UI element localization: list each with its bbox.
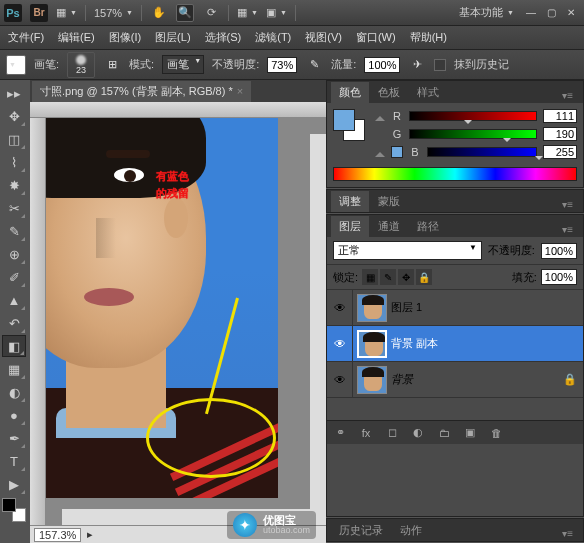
layer-row[interactable]: 👁 背景 🔒: [327, 362, 583, 398]
bridge-logo[interactable]: Br: [30, 4, 48, 22]
color-swatches[interactable]: [2, 498, 26, 522]
eyedropper-tool[interactable]: ✎: [2, 220, 26, 242]
close-tab-icon[interactable]: ×: [237, 85, 243, 97]
layer-mask-icon[interactable]: ◻: [383, 424, 401, 442]
b-input[interactable]: 255: [543, 145, 577, 159]
flow-input[interactable]: 100%: [364, 57, 400, 73]
tab-styles[interactable]: 样式: [409, 82, 447, 103]
rotate-view-icon[interactable]: ⟳: [202, 4, 220, 22]
opacity-input[interactable]: 73%: [267, 57, 297, 73]
layer-row[interactable]: 👁 背景 副本: [327, 326, 583, 362]
panel-menu-icon[interactable]: ▾≡: [556, 526, 579, 541]
tab-history[interactable]: 历史记录: [331, 520, 391, 541]
layer-opacity-input[interactable]: 100%: [541, 243, 577, 259]
new-layer-icon[interactable]: ▣: [461, 424, 479, 442]
scrollbar-vertical[interactable]: [310, 134, 326, 509]
delete-layer-icon[interactable]: 🗑: [487, 424, 505, 442]
pen-tool[interactable]: ✒: [2, 427, 26, 449]
type-tool[interactable]: T: [2, 450, 26, 472]
layer-name[interactable]: 图层 1: [391, 300, 583, 315]
mini-bridge-dropdown[interactable]: ▦: [56, 6, 77, 19]
tab-masks[interactable]: 蒙版: [370, 191, 408, 212]
crop-tool[interactable]: ✂: [2, 197, 26, 219]
link-layers-icon[interactable]: ⚭: [331, 424, 349, 442]
visibility-toggle-icon[interactable]: 👁: [327, 290, 353, 325]
layer-group-icon[interactable]: 🗀: [435, 424, 453, 442]
visibility-toggle-icon[interactable]: 👁: [327, 362, 353, 397]
tab-color[interactable]: 颜色: [331, 82, 369, 103]
canvas[interactable]: 有蓝色 的残留: [46, 118, 326, 525]
quick-select-tool[interactable]: ✸: [2, 174, 26, 196]
marquee-tool[interactable]: ◫: [2, 128, 26, 150]
tab-channels[interactable]: 通道: [370, 216, 408, 237]
history-brush-tool[interactable]: ↶: [2, 312, 26, 334]
brush-panel-toggle-icon[interactable]: ⊞: [103, 56, 121, 74]
menu-layer[interactable]: 图层(L): [155, 30, 190, 45]
r-slider[interactable]: [409, 111, 537, 121]
path-select-tool[interactable]: ▶: [2, 473, 26, 495]
zoom-tool-icon[interactable]: 🔍: [176, 4, 194, 22]
g-input[interactable]: 190: [543, 127, 577, 141]
menu-help[interactable]: 帮助(H): [410, 30, 447, 45]
blend-mode-select[interactable]: 画笔: [162, 55, 204, 74]
ruler-vertical[interactable]: [30, 118, 46, 525]
zoom-status[interactable]: 157.3%: [34, 528, 81, 542]
workspace-dropdown[interactable]: 基本功能: [459, 5, 514, 20]
lock-transparency-icon[interactable]: ▦: [362, 269, 378, 285]
dodge-tool[interactable]: ●: [2, 404, 26, 426]
eraser-tool[interactable]: ◧: [2, 335, 26, 357]
foreground-color[interactable]: [2, 498, 16, 512]
g-slider[interactable]: [409, 129, 537, 139]
blur-tool[interactable]: ◐: [2, 381, 26, 403]
visibility-toggle-icon[interactable]: 👁: [327, 326, 353, 361]
b-slider[interactable]: [427, 147, 537, 157]
move-tool[interactable]: ✥: [2, 105, 26, 127]
menu-view[interactable]: 视图(V): [305, 30, 342, 45]
color-spectrum[interactable]: [333, 167, 577, 181]
layer-thumbnail[interactable]: [357, 294, 387, 322]
airbrush-icon[interactable]: ✈: [408, 56, 426, 74]
stamp-tool[interactable]: ▲: [2, 289, 26, 311]
menu-file[interactable]: 文件(F): [8, 30, 44, 45]
layer-thumbnail[interactable]: [357, 330, 387, 358]
close-button[interactable]: ✕: [562, 6, 580, 20]
healing-tool[interactable]: ⊕: [2, 243, 26, 265]
r-input[interactable]: 111: [543, 109, 577, 123]
panel-menu-icon[interactable]: ▾≡: [556, 88, 579, 103]
tab-adjustments[interactable]: 调整: [331, 191, 369, 212]
layer-thumbnail[interactable]: [357, 366, 387, 394]
layer-style-icon[interactable]: fx: [357, 424, 375, 442]
lock-all-icon[interactable]: 🔒: [416, 269, 432, 285]
menu-filter[interactable]: 滤镜(T): [255, 30, 291, 45]
brush-preset-picker[interactable]: 23: [67, 52, 95, 78]
blend-mode-select[interactable]: 正常: [333, 241, 482, 260]
maximize-button[interactable]: ▢: [542, 6, 560, 20]
layer-row[interactable]: 👁 图层 1: [327, 290, 583, 326]
menu-edit[interactable]: 编辑(E): [58, 30, 95, 45]
hand-tool-icon[interactable]: ✋: [150, 4, 168, 22]
pressure-opacity-icon[interactable]: ✎: [305, 56, 323, 74]
tab-paths[interactable]: 路径: [409, 216, 447, 237]
tab-swatches[interactable]: 色板: [370, 82, 408, 103]
tab-actions[interactable]: 动作: [392, 520, 430, 541]
color-swatch[interactable]: [333, 109, 365, 141]
toolbox-collapse-icon[interactable]: ▸▸: [2, 82, 26, 104]
gradient-tool[interactable]: ▦: [2, 358, 26, 380]
tool-preset-picker[interactable]: [6, 55, 26, 75]
brush-tool[interactable]: ✐: [2, 266, 26, 288]
layer-name[interactable]: 背景: [391, 372, 563, 387]
screen-mode-dropdown[interactable]: ▣: [266, 6, 287, 19]
erase-to-history-checkbox[interactable]: [434, 59, 446, 71]
menu-select[interactable]: 选择(S): [205, 30, 242, 45]
minimize-button[interactable]: —: [522, 6, 540, 20]
tab-layers[interactable]: 图层: [331, 216, 369, 237]
lock-pixels-icon[interactable]: ✎: [380, 269, 396, 285]
adjustment-layer-icon[interactable]: ◐: [409, 424, 427, 442]
lock-position-icon[interactable]: ✥: [398, 269, 414, 285]
arrange-docs-dropdown[interactable]: ▦: [237, 6, 258, 19]
status-chevron-icon[interactable]: ▸: [87, 528, 93, 541]
fill-input[interactable]: 100%: [541, 269, 577, 285]
panel-menu-icon[interactable]: ▾≡: [556, 222, 579, 237]
menu-image[interactable]: 图像(I): [109, 30, 141, 45]
lasso-tool[interactable]: ⌇: [2, 151, 26, 173]
